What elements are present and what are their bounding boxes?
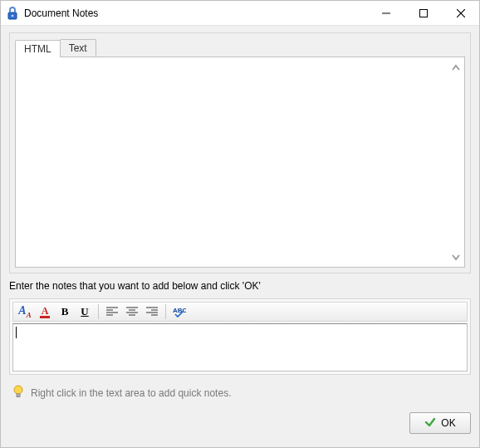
lightbulb-icon — [12, 385, 24, 401]
tabs: HTML Text — [15, 38, 465, 57]
button-row: OK — [9, 411, 471, 434]
font-icon: A — [18, 304, 26, 317]
font-icon-sub: A — [27, 311, 32, 319]
client-area: HTML Text Enter the notes that you want … — [1, 26, 479, 447]
svg-rect-20 — [17, 394, 20, 396]
tip-text: Right click in the text area to add quic… — [31, 387, 231, 399]
underline-button[interactable]: U — [76, 303, 94, 320]
scroll-down-icon[interactable] — [448, 249, 463, 263]
check-icon — [424, 416, 436, 431]
toolbar-separator — [165, 304, 166, 319]
bold-icon: B — [61, 305, 69, 318]
svg-text:ABC: ABC — [173, 307, 186, 314]
tab-html[interactable]: HTML — [15, 40, 61, 57]
font-button[interactable]: AA — [16, 303, 34, 320]
window-title: Document Notes — [24, 7, 98, 19]
notes-display — [15, 57, 465, 268]
scrollbar[interactable] — [448, 61, 463, 263]
svg-point-1 — [12, 14, 14, 17]
editor-panel: AA A B U — [9, 298, 471, 375]
editor-toolbar: AA A B U — [12, 302, 468, 322]
minimize-button[interactable] — [367, 1, 404, 25]
align-left-button[interactable] — [103, 303, 121, 320]
underline-icon: U — [81, 305, 88, 318]
align-left-icon — [106, 307, 118, 317]
font-color-icon: A — [42, 306, 49, 316]
align-right-button[interactable] — [143, 303, 161, 320]
align-center-icon — [126, 307, 138, 317]
svg-point-19 — [14, 386, 22, 394]
tab-text[interactable]: Text — [60, 39, 96, 57]
ok-button-label: OK — [441, 417, 455, 429]
font-color-button[interactable]: A — [36, 303, 54, 320]
instruction-label: Enter the notes that you want to add bel… — [9, 278, 471, 293]
align-right-icon — [146, 307, 158, 317]
scroll-up-icon[interactable] — [448, 61, 463, 75]
titlebar: Document Notes — [1, 1, 479, 26]
notes-input[interactable] — [12, 323, 468, 372]
spellcheck-icon: ABC — [173, 306, 186, 318]
ok-button[interactable]: OK — [409, 412, 471, 434]
spellcheck-button[interactable]: ABC — [170, 303, 189, 320]
lock-icon — [6, 7, 19, 20]
bold-button[interactable]: B — [56, 303, 74, 320]
align-center-button[interactable] — [123, 303, 141, 320]
text-caret — [16, 327, 17, 338]
svg-rect-3 — [419, 9, 427, 17]
close-button[interactable] — [442, 1, 479, 25]
notes-display-panel: HTML Text — [9, 32, 471, 273]
toolbar-separator — [98, 304, 99, 319]
tip-bar: Right click in the text area to add quic… — [9, 380, 471, 406]
maximize-button[interactable] — [404, 1, 442, 25]
